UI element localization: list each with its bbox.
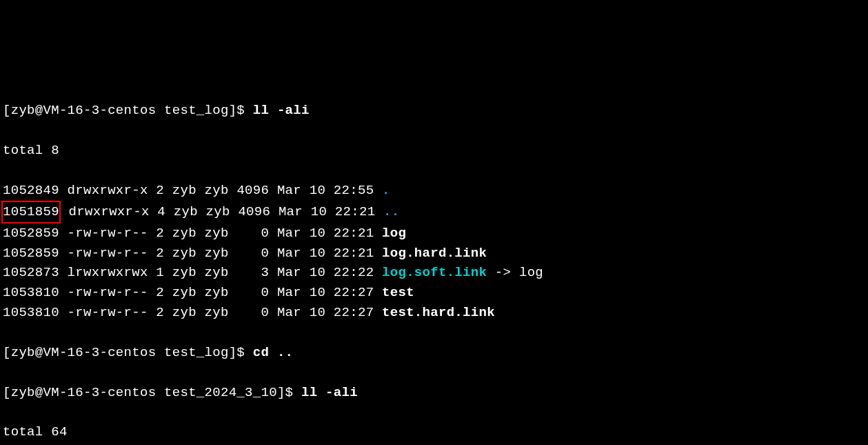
permissions-col: -rw-rw-r-- xyxy=(59,246,148,261)
current-dir: test_log xyxy=(156,345,228,360)
group-col: zyb xyxy=(198,204,230,219)
permissions-col: -rw-rw-r-- xyxy=(59,305,148,320)
inode-col: 1053810 xyxy=(3,305,59,320)
table-row: 1052859 -rw-rw-r-- 2 zyb zyb 0 Mar 10 22… xyxy=(3,224,868,244)
table-row: 1052849 drwxrwxr-x 2 zyb zyb 4096 Mar 10… xyxy=(3,181,868,201)
size-col: 4096 xyxy=(229,183,270,198)
date-col: Mar 10 22:22 xyxy=(269,265,382,280)
date-col: Mar 10 22:55 xyxy=(269,183,382,198)
inode-col: 1052849 xyxy=(3,183,59,198)
links-col: 2 xyxy=(148,305,164,320)
table-row: 1051859 drwxrwxr-x 4 zyb zyb 4096 Mar 10… xyxy=(3,201,868,224)
size-col: 0 xyxy=(229,305,270,320)
table-row: 1053810 -rw-rw-r-- 2 zyb zyb 0 Mar 10 22… xyxy=(3,283,868,303)
inode-col: 1052859 xyxy=(3,246,59,261)
filename-col: . xyxy=(382,183,390,198)
table-row: 1052859 -rw-rw-r-- 2 zyb zyb 0 Mar 10 22… xyxy=(3,244,868,264)
owner-col: zyb xyxy=(164,305,196,320)
filename-col: test.hard.link xyxy=(382,305,495,320)
permissions-col: -rw-rw-r-- xyxy=(59,285,148,300)
permissions-col: drwxrwxr-x xyxy=(61,204,150,219)
size-col: 4096 xyxy=(230,204,271,219)
user-host: zyb@VM-16-3-centos xyxy=(11,103,157,118)
size-col: 0 xyxy=(229,246,270,261)
total-line: total 8 xyxy=(3,141,868,161)
links-col: 1 xyxy=(148,265,164,280)
terminal-output: [zyb@VM-16-3-centos test_log]$ ll -ali t… xyxy=(3,81,868,446)
group-col: zyb xyxy=(196,305,229,320)
filename-col: log xyxy=(382,226,406,241)
owner-col: zyb xyxy=(164,183,196,198)
owner-col: zyb xyxy=(164,226,196,241)
filename-col: .. xyxy=(383,204,399,219)
prompt-line: [zyb@VM-16-3-centos test_2024_3_10]$ ll … xyxy=(3,383,868,403)
date-col: Mar 10 22:21 xyxy=(269,246,382,261)
date-col: Mar 10 22:21 xyxy=(270,204,383,219)
inode-col: 1051859 xyxy=(1,201,61,224)
current-dir: test_2024_3_10 xyxy=(156,385,277,400)
group-col: zyb xyxy=(196,246,229,261)
owner-col: zyb xyxy=(165,204,198,219)
size-col: 0 xyxy=(229,285,270,300)
links-col: 2 xyxy=(148,246,164,261)
permissions-col: -rw-rw-r-- xyxy=(59,226,148,241)
prompt-line: [zyb@VM-16-3-centos test_log]$ cd .. xyxy=(3,343,868,363)
size-col: 0 xyxy=(229,226,270,241)
links-col: 2 xyxy=(148,226,164,241)
group-col: zyb xyxy=(196,183,229,198)
table-row: 1053810 -rw-rw-r-- 2 zyb zyb 0 Mar 10 22… xyxy=(3,303,868,323)
links-col: 2 xyxy=(148,183,164,198)
inode-col: 1053810 xyxy=(3,285,59,300)
size-col: 3 xyxy=(229,265,270,280)
permissions-col: lrwxrwxrwx xyxy=(59,265,148,280)
table-row: 1052873 lrwxrwxrwx 1 zyb zyb 3 Mar 10 22… xyxy=(3,263,868,283)
inode-col: 1052859 xyxy=(3,226,59,241)
symlink-target: -> log xyxy=(487,265,543,280)
permissions-col: drwxrwxr-x xyxy=(59,183,148,198)
date-col: Mar 10 22:27 xyxy=(269,305,382,320)
command: ll -ali xyxy=(301,385,358,400)
group-col: zyb xyxy=(196,226,229,241)
current-dir: test_log xyxy=(156,103,228,118)
total-line: total 64 xyxy=(3,422,868,442)
filename-col: test xyxy=(382,285,414,300)
owner-col: zyb xyxy=(164,265,196,280)
links-col: 4 xyxy=(150,204,165,219)
owner-col: zyb xyxy=(164,285,196,300)
inode-col: 1052873 xyxy=(3,265,59,280)
owner-col: zyb xyxy=(164,246,196,261)
filename-col: log.soft.link xyxy=(382,265,487,280)
prompt-line: [zyb@VM-16-3-centos test_log]$ ll -ali xyxy=(3,101,868,121)
group-col: zyb xyxy=(196,285,229,300)
links-col: 2 xyxy=(148,285,164,300)
command: cd .. xyxy=(253,345,294,360)
group-col: zyb xyxy=(196,265,229,280)
date-col: Mar 10 22:21 xyxy=(269,226,382,241)
user-host: zyb@VM-16-3-centos xyxy=(11,345,157,360)
user-host: zyb@VM-16-3-centos xyxy=(11,385,157,400)
filename-col: log.hard.link xyxy=(382,246,487,261)
command: ll -ali xyxy=(253,103,310,118)
date-col: Mar 10 22:27 xyxy=(269,285,382,300)
